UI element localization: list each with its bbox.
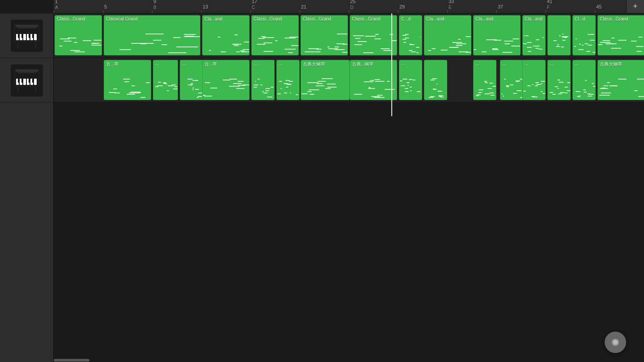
clip-d6[interactable]: ... bbox=[276, 60, 300, 100]
track-content[interactable]: Classi...GrandClassical GrandCla...andCl… bbox=[54, 13, 644, 362]
midi-note bbox=[527, 85, 531, 86]
clip-d11[interactable]: ... bbox=[473, 60, 496, 100]
svg-rect-9 bbox=[34, 34, 37, 40]
clip-title-c11 bbox=[548, 16, 570, 17]
midi-note bbox=[541, 91, 542, 92]
midi-note bbox=[124, 81, 129, 82]
midi-note bbox=[525, 35, 529, 36]
midi-note bbox=[458, 39, 461, 40]
ruler-mark-41: 41F bbox=[546, 0, 552, 13]
clip-midi-d10 bbox=[424, 67, 447, 100]
track-header-track1[interactable] bbox=[0, 13, 53, 58]
clip-c9[interactable]: Cla...and bbox=[473, 15, 521, 55]
midi-note bbox=[289, 81, 293, 82]
midi-note bbox=[131, 43, 154, 44]
clip-midi-d4 bbox=[203, 67, 249, 100]
midi-note bbox=[567, 82, 571, 83]
clip-title-d6: ... bbox=[277, 60, 299, 67]
clip-d9[interactable]: ... bbox=[399, 60, 422, 100]
midi-note bbox=[229, 79, 237, 80]
clip-c7[interactable]: C...d bbox=[399, 15, 422, 55]
svg-rect-29 bbox=[29, 79, 30, 83]
midi-note bbox=[562, 34, 564, 34]
midi-note bbox=[187, 79, 193, 80]
clip-d1[interactable]: 古...琴 bbox=[104, 60, 151, 100]
round-btn-icon bbox=[611, 338, 620, 347]
midi-note bbox=[390, 34, 393, 35]
midi-note bbox=[416, 47, 420, 48]
midi-note bbox=[417, 91, 421, 92]
midi-note bbox=[588, 96, 593, 97]
midi-note bbox=[516, 81, 519, 82]
clip-c10[interactable]: Cla...and bbox=[522, 15, 546, 55]
clip-d7[interactable]: 古典大钢琴 bbox=[301, 60, 350, 100]
clip-d13[interactable]: ... bbox=[522, 60, 546, 100]
midi-note bbox=[271, 87, 274, 88]
clip-d8[interactable]: 古典...钢琴 bbox=[350, 60, 397, 100]
midi-note bbox=[579, 44, 581, 45]
round-action-button[interactable] bbox=[605, 332, 626, 353]
clip-d14[interactable]: ... bbox=[547, 60, 571, 100]
timeline-ruler[interactable]: 1A59B1317C2125D2933E3741F45 bbox=[54, 0, 644, 13]
clip-title-d13: ... bbox=[523, 60, 545, 67]
clip-c6[interactable]: Classi...Grand bbox=[350, 15, 397, 55]
midi-note bbox=[70, 50, 80, 51]
clip-midi-c12 bbox=[573, 23, 595, 55]
clip-d4[interactable]: 古...琴 bbox=[202, 60, 250, 100]
midi-note bbox=[284, 93, 288, 93]
clip-c12[interactable]: Cl...d bbox=[572, 15, 596, 55]
midi-note bbox=[290, 93, 291, 93]
clip-c3[interactable]: Cla...and bbox=[202, 15, 250, 55]
track-header-track2[interactable] bbox=[0, 58, 53, 103]
clip-d15[interactable]: ... bbox=[572, 60, 596, 100]
midi-note bbox=[174, 86, 178, 87]
clip-d12[interactable]: ... bbox=[500, 60, 523, 100]
midi-note bbox=[561, 46, 564, 47]
clip-c8[interactable]: Cla...and bbox=[424, 15, 471, 55]
add-track-button[interactable]: + bbox=[626, 0, 644, 13]
midi-note bbox=[517, 90, 522, 91]
midi-note bbox=[542, 93, 546, 94]
clip-c1[interactable]: Classi...Grand bbox=[55, 15, 102, 55]
ruler-mark-13: 13 bbox=[201, 4, 208, 13]
midi-note bbox=[74, 51, 85, 52]
clip-c11[interactable] bbox=[547, 15, 571, 55]
clip-c2[interactable]: Classical Grand bbox=[104, 15, 200, 55]
midi-note bbox=[577, 96, 578, 97]
horizontal-scrollbar[interactable] bbox=[54, 358, 644, 362]
midi-note bbox=[364, 81, 373, 82]
clip-midi-c6 bbox=[350, 23, 397, 55]
midi-note bbox=[555, 86, 558, 87]
clip-c13[interactable]: Classi...Grand bbox=[597, 15, 644, 55]
midi-note bbox=[410, 44, 415, 45]
midi-note bbox=[504, 41, 514, 42]
midi-note bbox=[233, 83, 242, 84]
clip-midi-c13 bbox=[598, 23, 644, 55]
midi-note bbox=[593, 86, 596, 87]
clip-c5[interactable]: Classi...Grand bbox=[301, 15, 348, 55]
midi-note bbox=[562, 37, 567, 38]
midi-note bbox=[218, 37, 220, 38]
midi-note bbox=[327, 87, 337, 88]
midi-note bbox=[503, 96, 504, 97]
midi-note bbox=[631, 41, 637, 42]
clip-d16[interactable]: 古典大钢琴 bbox=[597, 60, 644, 100]
scrollbar-thumb[interactable] bbox=[54, 359, 89, 362]
clip-d5[interactable]: ... bbox=[251, 60, 275, 100]
midi-note bbox=[305, 51, 315, 52]
midi-note bbox=[430, 80, 435, 80]
midi-note bbox=[593, 52, 595, 53]
clip-title-d15: ... bbox=[573, 60, 595, 67]
midi-note bbox=[466, 36, 471, 37]
midi-note bbox=[407, 85, 409, 86]
clip-d3[interactable]: ... bbox=[180, 60, 205, 100]
clip-c4[interactable]: Classi...Grand bbox=[251, 15, 299, 55]
clip-d2[interactable]: ... bbox=[153, 60, 178, 100]
clip-title-c6: Classi...Grand bbox=[350, 16, 397, 22]
clip-d10[interactable] bbox=[424, 60, 447, 100]
midi-note bbox=[109, 92, 115, 93]
midi-note bbox=[375, 81, 385, 82]
clip-title-c3: Cla...and bbox=[203, 16, 249, 22]
midi-note bbox=[584, 92, 587, 93]
midi-note bbox=[236, 51, 240, 52]
